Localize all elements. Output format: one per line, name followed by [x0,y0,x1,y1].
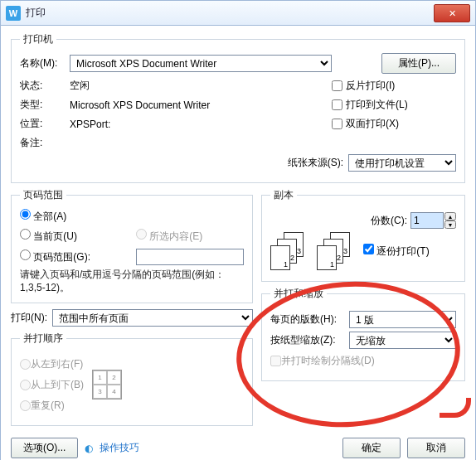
collate-checkbox[interactable]: 逐份打印(T) [363,244,430,259]
print-to-file-label: 打印到文件(L) [346,98,408,112]
printer-legend: 打印机 [20,32,56,46]
duplex-label: 双面打印(X) [346,117,399,131]
range-hint: 请键入页码和/或用逗号分隔的页码范围(例如：1,3,5-12)。 [20,269,244,294]
collate-preview-2: 321 [317,232,358,270]
order-tb-radio: 从上到下(B) [20,375,84,394]
copies-label: 份数(C): [371,214,407,228]
range-pages-input[interactable] [136,249,244,265]
comment-label: 备注: [20,136,70,150]
range-all-radio[interactable]: 全部(A) [20,209,136,224]
printer-group: 打印机 名称(M): Microsoft XPS Document Writer… [11,32,465,183]
range-selection-radio: 所选内容(E) [136,229,244,244]
cancel-button[interactable]: 取消 [407,438,465,458]
app-icon: W [6,6,21,21]
window-title: 打印 [26,6,434,20]
where-label: 位置: [20,117,70,131]
papersource-select[interactable]: 使用打印机设置 [348,154,456,172]
scale-select[interactable]: 无缩放 [349,332,456,349]
printwhat-select[interactable]: 范围中所有页面 [52,309,253,327]
order-repeat-radio: 重复(R) [20,396,84,414]
tips-link[interactable]: 操作技巧 [100,441,139,455]
pps-label: 每页的版数(H): [270,312,349,327]
zoom-legend: 并打和缩放 [270,287,327,301]
status-label: 状态: [20,79,70,93]
collate-preview-1: 321 [270,232,312,270]
printwhat-label: 打印(N): [11,311,52,325]
papersource-label: 纸张来源(S): [288,156,343,170]
scale-label: 按纸型缩放(Z): [270,333,349,347]
reverse-label: 反片打印(I) [346,79,395,93]
options-button[interactable]: 选项(O)... [11,438,78,458]
range-legend: 页码范围 [20,188,66,202]
status-value: 空闲 [70,79,332,93]
printer-name-label: 名称(M): [20,56,70,70]
range-pages-radio[interactable]: 页码范围(G): [20,249,136,264]
copies-down[interactable]: ▼ [444,220,456,229]
separator-checkbox: 并打时绘制分隔线(D) [270,351,456,370]
properties-button[interactable]: 属性(P)... [381,53,456,74]
range-current-radio[interactable]: 当前页(U) [20,229,136,244]
zoom-group: 并打和缩放 每页的版数(H): 1 版 按纸型缩放(Z): 无缩放 并打时绘制分… [261,287,465,381]
order-lr-radio: 从左到右(F) [20,355,84,373]
type-value: Microsoft XPS Document Writer [70,99,332,111]
copies-legend: 副本 [270,188,297,202]
reverse-checkbox[interactable] [332,80,342,91]
copies-group: 副本 份数(C): ▲ ▼ 321 321 逐份打印( [261,188,465,282]
copies-up[interactable]: ▲ [444,212,456,220]
duplex-checkbox[interactable] [332,119,342,129]
order-preview: 12 34 [92,370,122,399]
printer-name-select[interactable]: Microsoft XPS Document Writer [70,55,332,72]
order-legend: 并打顺序 [20,332,66,346]
where-value: XPSPort: [70,119,332,130]
type-label: 类型: [20,98,70,112]
tips-icon: ◐ [85,443,93,454]
pps-select[interactable]: 1 版 [349,311,456,328]
close-button[interactable]: ✕ [434,4,470,22]
ok-button[interactable]: 确定 [342,438,401,458]
copies-input[interactable] [410,212,444,229]
order-group: 并打顺序 从左到右(F) 从上到下(B) 重复(R) 12 34 [11,332,253,426]
print-to-file-checkbox[interactable] [332,99,342,110]
range-group: 页码范围 全部(A) 当前页(U) 所选内容(E) 页码范围(G): 请键入页码… [11,188,253,303]
